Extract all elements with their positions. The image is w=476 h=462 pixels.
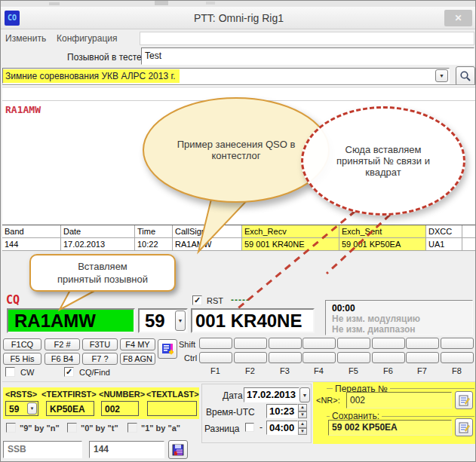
edit-note-icon — [458, 421, 470, 433]
spinner-down-icon[interactable]: ▼ — [298, 412, 307, 419]
shift-fkey-button[interactable] — [372, 338, 405, 349]
ctrl-fkey-button[interactable] — [406, 352, 439, 363]
utc-time-field[interactable]: 10:23 — [266, 404, 298, 418]
column-header-band[interactable]: Band — [2, 225, 61, 237]
textfirst-value: KP50EA — [47, 404, 85, 415]
log-divider — [2, 87, 475, 87]
send-nr-button[interactable] — [455, 391, 473, 409]
shift-fkey-button[interactable] — [337, 338, 370, 349]
time-diff-spinner[interactable]: ▲ ▼ — [298, 421, 307, 435]
rsts-combobox[interactable]: 59 ▼ — [5, 401, 38, 416]
fkey-button-f7[interactable]: F7 ? — [82, 353, 118, 365]
status-time: 00:00 — [332, 303, 355, 314]
close-button[interactable]: ✕ — [444, 10, 472, 26]
shift-fkey-button[interactable] — [234, 338, 267, 349]
shift-fkey-button[interactable] — [269, 338, 302, 349]
time-diff-checkbox[interactable] — [245, 423, 254, 432]
ctrl-fkey-button[interactable] — [441, 352, 474, 363]
zero-by-t-checkbox[interactable] — [67, 423, 77, 433]
column-header-time[interactable]: Time — [135, 225, 173, 237]
rst-dashes: ----- — [231, 295, 250, 305]
menu-item-configuration[interactable]: Конфигурация — [57, 33, 118, 44]
date-combobox[interactable]: 17.02.2013 — [244, 387, 299, 402]
callsign-value: RA1AMW — [8, 310, 134, 332]
add-macro-button[interactable] — [158, 339, 177, 359]
one-by-a-checkbox[interactable] — [127, 423, 137, 433]
application-window: CO PTT: Omni-rig Rig1 ✕ Изменить Конфигу… — [0, 0, 476, 462]
nr-value: 002 — [347, 393, 451, 408]
fkey-label-f8: F8 — [452, 366, 462, 375]
contest-dropdown-arrow-icon[interactable]: ▼ — [435, 69, 448, 82]
ctrl-fkey-button[interactable] — [337, 352, 370, 363]
column-header-dxcc[interactable]: DXCC — [426, 225, 462, 237]
exchange-value: 001 KR40NE — [192, 310, 313, 332]
nr-field[interactable]: 002 — [346, 392, 452, 408]
save-log-button[interactable] — [168, 440, 188, 459]
date-value: 17.02.2013 — [244, 388, 299, 402]
shift-fkey-button[interactable] — [406, 338, 439, 349]
column-header-date[interactable]: Date — [61, 225, 135, 237]
ctrl-fkey-button[interactable] — [234, 352, 267, 363]
fkey-button-f8agn[interactable]: F8 AGN — [120, 353, 155, 365]
fkey-button-f5his[interactable]: F5 His — [3, 353, 41, 365]
log-table-row[interactable]: 144 17.02.2013 10:22 RA1AMW 59 001 KR40N… — [2, 238, 475, 251]
fkey-button-f2[interactable]: F2 # — [45, 338, 80, 350]
time-diff-field[interactable]: 04:00 — [266, 421, 298, 435]
title-bar: CO PTT: Omni-rig Rig1 ✕ — [1, 7, 476, 29]
save-field[interactable]: 59 002 KP50EA — [328, 420, 452, 436]
mode-field[interactable]: SSB — [3, 441, 82, 458]
cell-exch-sent: 59 001 KP50EA — [339, 238, 426, 250]
menu-item-edit[interactable]: Изменить — [5, 33, 46, 44]
fkey-button-f4my[interactable]: F4 MY — [120, 338, 155, 350]
spinner-down-icon[interactable]: ▼ — [298, 428, 307, 436]
ctrl-fkey-button[interactable] — [372, 352, 405, 363]
textfirst-field[interactable]: KP50EA — [46, 401, 94, 416]
ctrl-fkey-button[interactable] — [269, 352, 302, 363]
spinner-up-icon[interactable]: ▲ — [298, 421, 307, 428]
time-diff-dash: - — [259, 422, 263, 433]
fkey-button-f6b4[interactable]: F6 B4 — [45, 353, 80, 365]
nine-by-n-checkbox[interactable] — [6, 423, 16, 433]
cw-checkbox[interactable] — [5, 367, 15, 377]
cw-checkbox-label: CW — [20, 368, 34, 377]
save-exchange-button[interactable] — [455, 418, 473, 436]
fkey-button-f1cq[interactable]: F1CQ — [3, 338, 41, 350]
cqfind-checkbox[interactable]: ✓ — [64, 367, 74, 377]
textlast-field[interactable] — [147, 401, 197, 416]
shift-fkey-button[interactable] — [441, 338, 474, 349]
band-field[interactable]: 144 — [89, 441, 164, 458]
rst-combobox[interactable]: 59 ▼ — [138, 308, 188, 333]
cell-exch-recv: 59 001 KR40NE — [242, 238, 339, 250]
utc-time-label: Время-UTC — [206, 407, 255, 418]
rst-checkbox[interactable]: ✓ — [192, 295, 202, 305]
ctrl-fkey-button[interactable] — [199, 352, 232, 363]
cell-time: 10:22 — [135, 238, 173, 250]
column-header-exch-recv[interactable]: Exch_Recv — [242, 225, 339, 237]
background-mark — [155, 1, 168, 5]
cell-dxcc: UA1 — [426, 238, 462, 250]
time-diff-value: 04:00 — [267, 421, 297, 434]
fkey-button-f3tu[interactable]: F3TU — [82, 338, 118, 350]
contest-combobox[interactable]: Зимние соревнования УКВ АЛРС 2013 г. ▼ — [2, 68, 450, 84]
shift-fkey-button[interactable] — [302, 338, 336, 349]
number-field[interactable]: 002 — [101, 401, 139, 416]
search-button[interactable] — [456, 66, 475, 86]
textlast-header: <TEXTLAST> — [146, 390, 199, 399]
utc-time-spinner[interactable]: ▲ ▼ — [298, 404, 307, 418]
spinner-up-icon[interactable]: ▲ — [298, 404, 307, 412]
ctrl-fkey-button[interactable] — [302, 352, 336, 363]
date-dropdown-arrow-icon[interactable]: ▼ — [299, 387, 310, 402]
fkey-label-f7: F7 — [417, 366, 427, 375]
rsts-dropdown-arrow-icon[interactable]: ▼ — [27, 402, 37, 415]
status-box: 00:00 Не изм. модуляцию Не изм. диаппазо… — [325, 300, 473, 335]
number-value: 002 — [102, 404, 120, 415]
shift-fkey-button[interactable] — [199, 338, 232, 349]
exchange-input[interactable]: 001 KR40NE — [191, 308, 315, 333]
column-header-exch-sent[interactable]: Exch_Sent — [339, 225, 426, 237]
column-header-callsign[interactable]: CallSign — [173, 225, 242, 237]
callsign-input[interactable]: RA1AMW — [7, 308, 135, 333]
test-callsign-input[interactable]: Test — [141, 47, 474, 65]
textlast-value — [148, 404, 151, 415]
contest-combobox-value: Зимние соревнования УКВ АЛРС 2013 г. — [3, 69, 180, 83]
rst-dropdown-arrow-icon[interactable]: ▼ — [175, 311, 186, 331]
